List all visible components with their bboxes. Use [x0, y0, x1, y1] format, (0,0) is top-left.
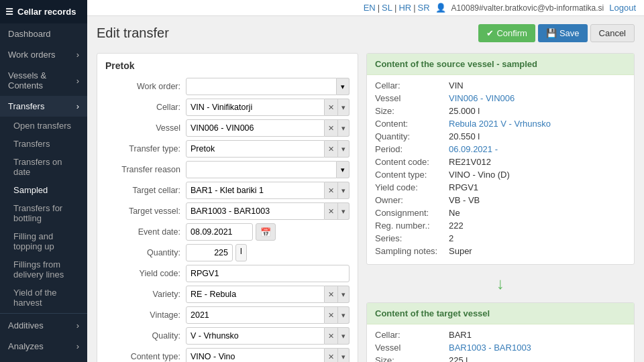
sv-size-label: Size: — [375, 106, 449, 116]
sidebar-item-additives[interactable]: Additives › — [0, 315, 87, 336]
logout-button[interactable]: Logout — [609, 3, 636, 13]
vintage-dropdown-btn[interactable]: ▾ — [338, 306, 350, 324]
sv-cellar-value: VIN — [449, 80, 464, 90]
sv-vessel-value[interactable]: VIN006 - VIN006 — [449, 93, 515, 103]
sidebar-item-transfers-on-date[interactable]: Transfers on date — [0, 153, 87, 181]
lang-sl[interactable]: SL — [382, 3, 392, 13]
work-order-dropdown[interactable]: ▾ — [337, 78, 350, 95]
quantity-input[interactable] — [186, 244, 233, 261]
user-icon: 👤 — [435, 3, 446, 13]
language-selector: EN | SL | HR | SR — [364, 3, 430, 13]
main-content: EN | SL | HR | SR 👤 A10089#valter.bratko… — [87, 0, 644, 362]
vessel-clear-btn[interactable]: ✕ — [325, 119, 338, 137]
vintage-clear-btn[interactable]: ✕ — [325, 306, 338, 324]
content-type-input[interactable] — [186, 348, 325, 362]
target-vessel-input[interactable] — [186, 202, 325, 220]
page-content: Edit transfer ✔ Confirm 💾 Save Cancel Pr… — [87, 16, 644, 362]
cellar-input[interactable] — [186, 99, 325, 116]
sv-consignment-row: Consignment: Ne — [375, 208, 626, 218]
quantity-unit: l — [235, 244, 247, 261]
variety-dropdown-btn[interactable]: ▾ — [338, 286, 350, 303]
target-vessel-dropdown-btn[interactable]: ▾ — [338, 202, 350, 220]
two-column-layout: Pretok Work order: ▾ Cellar: ✕ ▾ — [97, 53, 635, 362]
target-cellar-row: Target cellar: ✕ ▾ — [105, 182, 350, 199]
content-type-clear-btn[interactable]: ✕ — [325, 348, 338, 362]
sidebar-item-workorders[interactable]: Work orders › — [0, 44, 87, 65]
calendar-button[interactable]: 📅 — [256, 223, 276, 241]
content-type-dropdown-btn[interactable]: ▾ — [338, 348, 350, 362]
sv-content-code-value: RE21V012 — [449, 157, 491, 167]
variety-clear-btn[interactable]: ✕ — [325, 286, 338, 303]
target-vessel-clear-btn[interactable]: ✕ — [325, 202, 338, 220]
cellar-clear-btn[interactable]: ✕ — [325, 99, 338, 116]
sv-content-type-row: Content type: VINO - Vino (D) — [375, 170, 626, 180]
confirm-button[interactable]: ✔ Confirm — [478, 24, 535, 42]
sv-content-value[interactable]: Rebula 2021 V - Vrhunsko — [449, 119, 551, 129]
sidebar-item-filling[interactable]: Filling and topping up — [0, 227, 87, 255]
sv-period-value[interactable]: 06.09.2021 - — [449, 144, 498, 154]
vessel-input[interactable] — [186, 119, 325, 137]
sidebar-item-vessels[interactable]: Vessels & Contents › — [0, 65, 87, 96]
sv-vessel-label: Vessel — [375, 93, 449, 103]
lang-hr[interactable]: HR — [398, 3, 411, 13]
sidebar-item-dashboard[interactable]: Dashboard — [0, 23, 87, 44]
quality-input[interactable] — [186, 327, 325, 345]
sv-period-row: Period: 06.09.2021 - — [375, 144, 626, 154]
work-order-row: Work order: ▾ — [105, 78, 350, 95]
tv-size-label: Size: — [375, 355, 449, 362]
event-date-input[interactable] — [186, 223, 253, 241]
work-order-label: Work order: — [105, 82, 186, 91]
chevron-right-icon: › — [76, 50, 79, 60]
quality-dropdown-btn[interactable]: ▾ — [338, 327, 350, 345]
save-button[interactable]: 💾 Save — [538, 24, 588, 42]
target-vessel-header: Content of the target vessel — [367, 303, 634, 324]
variety-label: Variety: — [105, 290, 186, 299]
target-cellar-label: Target cellar: — [105, 186, 186, 195]
target-vessel-select: ✕ ▾ — [186, 202, 350, 220]
sidebar-item-yield-harvest[interactable]: Yield of the harvest — [0, 284, 87, 312]
sidebar-item-open-transfers[interactable]: Open transfers — [0, 117, 87, 135]
vessel-dropdown-btn[interactable]: ▾ — [338, 119, 350, 137]
sidebar-item-fillings-delivery[interactable]: Fillings from delivery lines — [0, 255, 87, 284]
target-cellar-input[interactable] — [186, 182, 325, 199]
cellar-dropdown-btn[interactable]: ▾ — [338, 99, 350, 116]
yield-code-input[interactable] — [186, 265, 350, 282]
lang-en[interactable]: EN — [364, 3, 376, 13]
sv-vessel-row: Vessel VIN006 - VIN006 — [375, 93, 626, 103]
sv-size-value: 25.000 l — [449, 106, 480, 116]
sv-content-type-value: VINO - Vino (D) — [449, 170, 510, 180]
yield-code-row: Yield code: — [105, 265, 350, 282]
work-order-input[interactable] — [186, 78, 337, 95]
vessel-row: Vessel ✕ ▾ — [105, 119, 350, 137]
vintage-input[interactable] — [186, 306, 325, 324]
target-cellar-dropdown-btn[interactable]: ▾ — [338, 182, 350, 199]
target-cellar-clear-btn[interactable]: ✕ — [325, 182, 338, 199]
source-vessel-box: Content of the source vessel - sampled C… — [366, 53, 635, 265]
sv-reg-value: 222 — [449, 221, 464, 231]
cancel-button[interactable]: Cancel — [590, 24, 635, 42]
variety-input[interactable] — [186, 286, 325, 303]
sidebar-item-transfers-bottling[interactable]: Transfers for bottling — [0, 199, 87, 227]
sidebar-item-transfers[interactable]: Transfers › — [0, 96, 87, 117]
sidebar-item-sampled[interactable]: Sampled — [0, 181, 87, 199]
transfer-type-input[interactable] — [186, 140, 325, 158]
sv-sampling-label: Sampling notes: — [375, 246, 449, 256]
transfer-type-dropdown-btn[interactable]: ▾ — [338, 140, 350, 158]
tv-vessel-value[interactable]: BAR1003 - BAR1003 — [449, 343, 531, 353]
sv-series-label: Series: — [375, 233, 449, 243]
sidebar-item-transfers-list[interactable]: Transfers — [0, 135, 87, 153]
transfer-type-clear-btn[interactable]: ✕ — [325, 140, 338, 158]
sidebar-item-analyzes[interactable]: Analyzes › — [0, 336, 87, 357]
transfer-reason-dropdown-btn[interactable]: ▾ — [337, 161, 350, 178]
quality-clear-btn[interactable]: ✕ — [325, 327, 338, 345]
header-buttons: ✔ Confirm 💾 Save Cancel — [478, 24, 635, 42]
transfer-reason-input[interactable] — [186, 161, 337, 178]
page-title: Edit transfer — [97, 25, 169, 41]
save-icon: 💾 — [546, 28, 557, 38]
chevron-right-icon: › — [76, 101, 79, 111]
sv-reg-row: Reg. number.: 222 — [375, 221, 626, 231]
sv-owner-row: Owner: VB - VB — [375, 195, 626, 205]
lang-sr[interactable]: SR — [418, 3, 430, 13]
content-type-select: ✕ ▾ — [186, 348, 350, 362]
sidebar-item-cellar-map[interactable]: Cellar map — [0, 357, 87, 362]
